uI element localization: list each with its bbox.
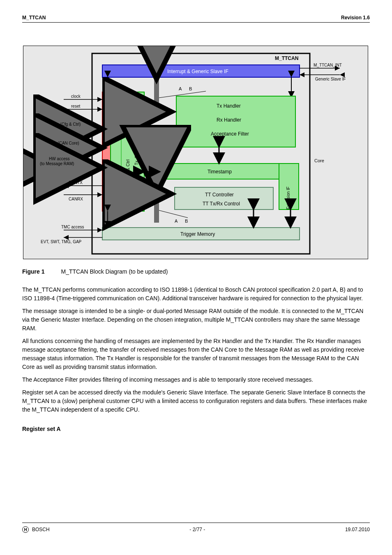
svg-text:B: B (185, 219, 188, 223)
svg-text:clock: clock (71, 94, 81, 99)
svg-text:TMC access: TMC access (61, 225, 84, 229)
svg-text:TT Tx/Rx Control: TT Tx/Rx Control (203, 201, 240, 207)
svg-text:Sync: Sync (104, 164, 109, 174)
svg-text:Core: Core (314, 158, 324, 163)
svg-text:HW access (Cfg & Ctrl): HW access (Cfg & Ctrl) (38, 122, 81, 127)
subheading: Register set A (22, 425, 370, 433)
svg-text:Rx_State: Rx_State (134, 173, 139, 190)
page-footer: H BOSCH - 2/77 - 19.07.2010 (22, 523, 370, 533)
svg-text:M_TTCAN_INT: M_TTCAN_INT (314, 63, 342, 67)
figure-label: Figure 1 (22, 268, 44, 275)
svg-text:Acceptance Filter: Acceptance Filter (211, 131, 249, 137)
svg-text:A: A (175, 219, 178, 223)
header-rule (22, 22, 370, 23)
svg-text:Extension IF: Extension IF (286, 187, 291, 210)
paragraph: The Acceptance Filter provides filtering… (22, 375, 370, 384)
svg-text:Timestamp: Timestamp (208, 169, 232, 175)
body-text: The M_TTCAN performs communication accor… (22, 286, 370, 433)
svg-text:Tx_State: Tx_State (134, 149, 139, 165)
svg-text:(to Message RAM): (to Message RAM) (40, 161, 74, 166)
svg-text:Tx Handler: Tx Handler (217, 103, 241, 109)
doc-revision: Revision 1.6 (341, 15, 370, 21)
footer-page: - 2/77 - (189, 527, 205, 532)
sync-block (102, 92, 111, 211)
paragraph: The M_TTCAN performs communication accor… (22, 286, 370, 303)
footer-date: 19.07.2010 (345, 527, 370, 532)
doc-title: M_TTCAN (22, 15, 46, 21)
svg-text:HW access: HW access (49, 157, 70, 161)
svg-text:M_TTCAN: M_TTCAN (275, 55, 298, 61)
svg-line-23 (159, 210, 188, 218)
svg-text:CANRX: CANRX (69, 197, 83, 201)
svg-text:TT Controller: TT Controller (205, 192, 234, 198)
figure-caption: Figure 1 M_TTCAN Block Diagram (to be up… (22, 268, 370, 275)
svg-text:Generic Slave IF: Generic Slave IF (315, 77, 346, 81)
svg-text:Cfg & Ctrl: Cfg & Ctrl (125, 159, 130, 179)
svg-text:EVT, SWT, TMG, GAP: EVT, SWT, TMG, GAP (41, 240, 82, 244)
svg-text:HW access (CAN Core): HW access (CAN Core) (36, 141, 79, 145)
figure-caption-text: M_TTCAN Block Diagram (to be updated) (61, 268, 168, 275)
paragraph: All functions concerning the handling of… (22, 337, 370, 371)
svg-text:CANTX: CANTX (69, 180, 83, 185)
cfgctrl-block (111, 92, 144, 211)
svg-text:reset: reset (71, 104, 80, 108)
footer-company: BOSCH (32, 527, 50, 532)
svg-text:Rx Handler: Rx Handler (217, 117, 241, 123)
svg-text:Interrupt & Generic Slave IF: Interrupt & Generic Slave IF (167, 69, 228, 74)
bosch-logo-icon: H (22, 526, 29, 533)
svg-text:A: A (179, 86, 182, 91)
svg-text:Trigger Memory: Trigger Memory (180, 231, 215, 237)
paragraph: Register set A can be accessed directly … (22, 388, 370, 414)
block-diagram: M_TTCAN Interrupt & Generic Slave IF M_T… (23, 46, 368, 259)
paragraph: The message storage is intended to be a … (22, 307, 370, 333)
svg-text:B: B (189, 86, 192, 91)
